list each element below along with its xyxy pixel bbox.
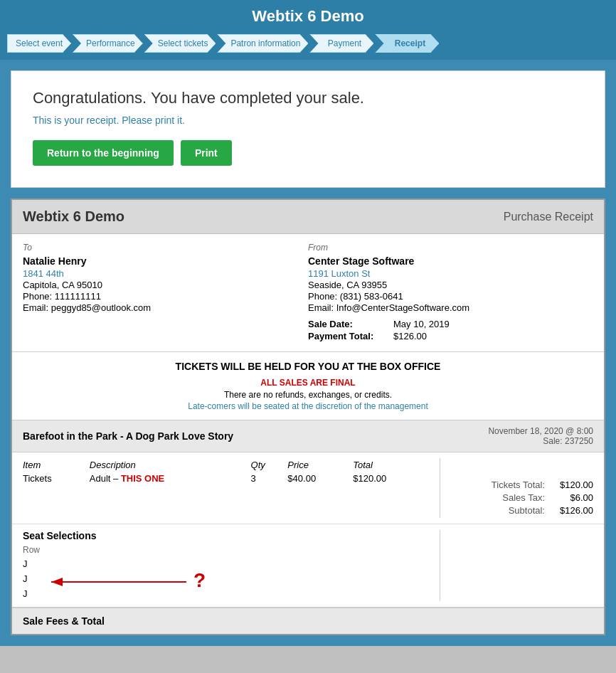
app-header: Webtix 6 Demo <box>0 0 616 30</box>
vendor-email: Email: Info@CenterStageSoftware.com <box>308 302 593 313</box>
patron-city-state-zip: Capitola, CA 95010 <box>23 280 308 290</box>
arrow-annotation-svg: ? <box>30 571 201 600</box>
sale-info: Sale Date: May 10, 2019 Payment Total: $… <box>308 319 593 341</box>
svg-text:?: ? <box>193 569 206 591</box>
payment-total-label: Payment Total: <box>308 331 386 341</box>
patron-phone: Phone: 111111111 <box>23 291 308 302</box>
tickets-held-title: TICKETS WILL BE HELD FOR YOU AT THE BOX … <box>23 361 593 372</box>
breadcrumb-select-event[interactable]: Select event <box>7 34 71 53</box>
seat-summary-spacer <box>451 530 593 601</box>
event-name: Barefoot in the Park - A Dog Park Love S… <box>23 430 233 442</box>
seat-vertical-divider <box>440 530 440 601</box>
table-row: Tickets Adult – THIS ONE 3 $40.00 $120.0… <box>23 472 429 485</box>
description-prefix: Adult – <box>90 473 121 484</box>
col-item: Item <box>23 458 90 472</box>
tickets-total-row: Tickets Total: $120.00 <box>451 479 593 490</box>
tickets-table: Item Description Qty Price Total Tickets <box>23 458 429 518</box>
congrats-title: Congratulations. You have completed your… <box>33 89 583 107</box>
payment-total-row: Payment Total: $126.00 <box>308 331 593 341</box>
from-label: From <box>308 243 593 253</box>
col-price: Price <box>287 458 353 472</box>
receipt-title-text: Purchase Receipt <box>504 211 593 223</box>
main-content: Congratulations. You have completed your… <box>0 60 616 646</box>
tickets-total-label: Tickets Total: <box>451 479 551 490</box>
patron-name: Natalie Henry <box>23 255 308 267</box>
breadcrumb-bar: Select event Performance Select tickets … <box>0 30 616 60</box>
ticket-item: Tickets <box>23 472 90 485</box>
vendor-phone: Phone: (831) 583-0641 <box>308 291 593 302</box>
vendor-address1: 1191 Luxton St <box>308 268 593 279</box>
print-button[interactable]: Print <box>181 140 232 166</box>
ticket-qty: 3 <box>251 472 288 485</box>
vendor-name: Center Stage Software <box>308 255 593 267</box>
tickets-held-box: TICKETS WILL BE HELD FOR YOU AT THE BOX … <box>12 352 604 420</box>
patron-address1: 1841 44th <box>23 268 308 279</box>
subtotal-value: $126.00 <box>551 505 593 516</box>
payment-total-value: $126.00 <box>393 331 427 341</box>
receipt-header: Webtix 6 Demo Purchase Receipt <box>12 200 604 234</box>
breadcrumb-payment[interactable]: Payment <box>309 34 373 53</box>
event-date: November 18, 2020 @ 8:00 <box>488 426 593 436</box>
sale-fees-section: Sale Fees & Total <box>12 608 604 634</box>
ticket-description: Adult – THIS ONE <box>90 472 251 485</box>
congrats-box: Congratulations. You have completed your… <box>11 70 605 188</box>
no-refunds: There are no refunds, exchanges, or cred… <box>23 390 593 400</box>
ticket-price: $40.00 <box>287 472 353 485</box>
to-label: To <box>23 243 308 253</box>
event-header: Barefoot in the Park - A Dog Park Love S… <box>12 420 604 452</box>
congrats-subtitle: This is your receipt. Please print it. <box>33 115 583 126</box>
sale-fees-title: Sale Fees & Total <box>23 615 105 627</box>
subtotal-row: Subtotal: $126.00 <box>451 505 593 516</box>
app-title: Webtix 6 Demo <box>252 7 363 25</box>
sales-tax-value: $6.00 <box>551 492 593 503</box>
event-section: Barefoot in the Park - A Dog Park Love S… <box>12 420 604 608</box>
seat-selections-content: Seat Selections Row J J J <box>23 530 429 601</box>
col-qty: Qty <box>251 458 288 472</box>
breadcrumb-patron-information[interactable]: Patron information <box>217 34 308 53</box>
col-total: Total <box>353 458 429 472</box>
vertical-divider <box>440 458 440 518</box>
seat-selections-area: Seat Selections Row J J J <box>12 524 604 607</box>
tickets-table-area: Item Description Qty Price Total Tickets <box>12 452 604 524</box>
receipt-company-name: Webtix 6 Demo <box>23 208 124 225</box>
breadcrumb-receipt[interactable]: Receipt <box>375 34 439 53</box>
subtotal-label: Subtotal: <box>451 505 551 516</box>
sale-date-row: Sale Date: May 10, 2019 <box>308 319 593 329</box>
tickets-total-value: $120.00 <box>551 479 593 490</box>
sale-date-value: May 10, 2019 <box>393 319 450 329</box>
receipt-addresses: To Natalie Henry 1841 44th Capitola, CA … <box>12 234 604 352</box>
event-sale-number: Sale: 237250 <box>488 436 593 446</box>
seat-row-label: Row <box>23 545 429 555</box>
tickets-summary: Tickets Total: $120.00 Sales Tax: $6.00 … <box>451 458 593 518</box>
sale-date-label: Sale Date: <box>308 319 386 329</box>
sales-tax-row: Sales Tax: $6.00 <box>451 492 593 503</box>
action-buttons: Return to the beginning Print <box>33 140 583 166</box>
all-sales-final: ALL SALES ARE FINAL <box>23 378 593 388</box>
receipt-from-column: From Center Stage Software 1191 Luxton S… <box>308 243 593 343</box>
breadcrumb-performance[interactable]: Performance <box>73 34 143 53</box>
patron-email: Email: peggyd85@outlook.com <box>23 302 308 313</box>
col-description: Description <box>90 458 251 472</box>
late-comers: Late-comers will be seated at the discre… <box>23 401 593 411</box>
event-date-sale: November 18, 2020 @ 8:00 Sale: 237250 <box>488 426 593 446</box>
sales-tax-label: Sales Tax: <box>451 492 551 503</box>
description-highlight: THIS ONE <box>121 473 164 484</box>
receipt-outer: Webtix 6 Demo Purchase Receipt To Natali… <box>11 198 605 635</box>
receipt-to-column: To Natalie Henry 1841 44th Capitola, CA … <box>23 243 308 343</box>
return-to-beginning-button[interactable]: Return to the beginning <box>33 140 174 166</box>
breadcrumb-select-tickets[interactable]: Select tickets <box>144 34 216 53</box>
ticket-total: $120.00 <box>353 472 429 485</box>
vendor-city-state-zip: Seaside, CA 93955 <box>308 280 593 290</box>
seat-selections-title: Seat Selections <box>23 530 429 541</box>
